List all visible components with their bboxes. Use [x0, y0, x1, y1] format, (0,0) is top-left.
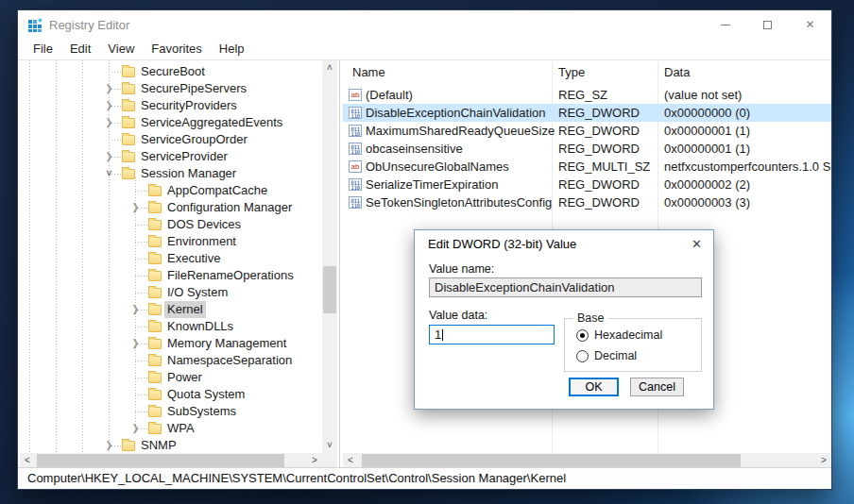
tree-item-label[interactable]: SecureBoot [141, 63, 205, 80]
column-header-name[interactable]: Name [352, 60, 385, 85]
decimal-radio[interactable]: Decimal [576, 349, 637, 362]
tree-item-label[interactable]: AppCompatCache [167, 182, 267, 199]
dialog-close-icon[interactable]: ✕ [692, 230, 702, 259]
value-name-text: DisableExceptionChainValidation [435, 280, 615, 294]
cancel-button[interactable]: Cancel [630, 378, 684, 396]
scroll-right-icon[interactable]: ˃ [307, 453, 322, 468]
menu-help[interactable]: Help [211, 39, 253, 59]
tree-item-label[interactable]: Quota System [167, 386, 245, 403]
tree-item: ❯WPA [20, 420, 322, 437]
chevron-right-icon[interactable]: ❯ [103, 148, 115, 165]
chevron-right-icon[interactable]: ❯ [103, 437, 115, 453]
tree-item-label[interactable]: I/O System [167, 284, 228, 301]
tree-item: ❯SNMP [20, 437, 322, 453]
tree-item-label[interactable]: ServiceGroupOrder [141, 131, 248, 148]
list-hscroll-thumb[interactable] [362, 454, 741, 467]
tree-vscroll-thumb[interactable] [323, 266, 336, 313]
folder-icon [148, 356, 162, 366]
chevron-right-icon[interactable]: ❯ [103, 97, 115, 114]
scroll-left-icon[interactable]: ˂ [343, 453, 358, 468]
tree-item-label[interactable]: SNMP [141, 437, 177, 453]
scroll-left-icon[interactable]: ˂ [20, 453, 35, 468]
chevron-down-icon[interactable]: ˅ [103, 165, 115, 182]
value-type: REG_DWORD [558, 122, 640, 140]
hexadecimal-radio[interactable]: Hexadecimal [576, 328, 662, 342]
ok-button[interactable]: OK [569, 378, 619, 396]
value-data: netfxcustomperfcounters.1.0 Sha [664, 158, 831, 176]
scroll-down-icon[interactable]: ˅ [322, 438, 337, 453]
dword-value-icon: 011110 [349, 143, 362, 155]
tree-item-label[interactable]: Memory Management [167, 335, 286, 352]
list-row[interactable]: 011110MaximumSharedReadyQueueSizeREG_DWO… [343, 122, 831, 140]
tree-item-label[interactable]: SecurityProviders [141, 97, 237, 114]
chevron-right-icon[interactable]: ❯ [129, 301, 142, 318]
list-horizontal-scrollbar[interactable]: ˂ ˃ [343, 453, 831, 468]
tree-viewport: SecureBoot❯SecurePipeServers❯SecurityPro… [20, 60, 322, 453]
value-data-input[interactable]: 1 [429, 325, 555, 344]
value-data: 0x00000001 (1) [664, 122, 831, 140]
chevron-right-icon[interactable]: ❯ [129, 335, 142, 352]
tree-hscroll-thumb[interactable] [37, 454, 284, 467]
tree-item-label[interactable]: Environment [167, 233, 236, 250]
list-row[interactable]: 011110SeTokenSingletonAttributesConfigRE… [343, 193, 831, 211]
value-name-field[interactable]: DisableExceptionChainValidation [429, 277, 702, 297]
list-row[interactable]: 011110obcaseinsensitiveREG_DWORD0x000000… [343, 140, 831, 158]
title-bar: Registry Editor ✕ [18, 10, 831, 39]
tree-item-label[interactable]: Configuration Manager [167, 199, 292, 216]
close-button[interactable]: ✕ [789, 10, 831, 39]
value-data-label: Value data: [429, 309, 487, 322]
tree-item-label[interactable]: WPA [167, 420, 195, 437]
tree-item-label[interactable]: FileRenameOperations [167, 267, 294, 284]
string-value-icon: ab [349, 160, 362, 173]
dword-value-icon: 011110 [349, 196, 362, 209]
menu-view[interactable]: View [99, 39, 143, 59]
folder-icon [122, 152, 135, 162]
folder-icon [148, 203, 162, 213]
chevron-right-icon[interactable]: ❯ [103, 114, 115, 131]
tree-item-label[interactable]: ServiceAggregatedEvents [141, 114, 282, 131]
tree-item-label[interactable]: Executive [167, 250, 220, 267]
folder-icon [122, 67, 135, 77]
value-data: 0x00000002 (2) [664, 176, 831, 193]
chevron-right-icon[interactable]: ❯ [103, 80, 115, 97]
minimize-button[interactable] [704, 10, 746, 39]
folder-icon [122, 135, 135, 145]
folder-icon [148, 271, 162, 281]
menu-edit[interactable]: Edit [61, 39, 99, 59]
scroll-right-icon[interactable]: ˃ [816, 453, 831, 468]
tree-vertical-scrollbar[interactable]: ˄ ˅ [322, 60, 337, 453]
tree-item-label[interactable]: DOS Devices [167, 216, 241, 233]
column-header-data[interactable]: Data [664, 60, 690, 85]
tree-item-label[interactable]: Kernel [164, 301, 206, 318]
menu-favorites[interactable]: Favorites [143, 39, 210, 59]
tree-item-label[interactable]: NamespaceSeparation [167, 352, 292, 369]
list-row[interactable]: 011110SerializeTimerExpirationREG_DWORD0… [343, 176, 831, 193]
menu-file[interactable]: File [25, 39, 61, 59]
chevron-right-icon[interactable]: ❯ [129, 199, 142, 216]
tree-item: I/O System [20, 284, 322, 301]
tree-horizontal-scrollbar[interactable]: ˂ ˃ [20, 453, 337, 468]
dword-value-icon: 011110 [349, 178, 362, 191]
list-row[interactable]: ab(Default)REG_SZ(value not set) [343, 86, 831, 104]
list-row[interactable]: 011110DisableExceptionChainValidationREG… [343, 104, 831, 122]
tree-item-label[interactable]: ServiceProvider [141, 148, 228, 165]
tree-item: Executive [20, 250, 322, 267]
scroll-up-icon[interactable]: ˄ [322, 60, 337, 76]
string-value-icon: ab [349, 89, 362, 101]
chevron-right-icon[interactable]: ❯ [129, 420, 142, 437]
value-name: DisableExceptionChainValidation [366, 104, 546, 122]
value-name: MaximumSharedReadyQueueSize [366, 122, 555, 140]
tree-item-label[interactable]: SecurePipeServers [141, 80, 247, 97]
value-data-text: 1 [435, 328, 441, 342]
list-row[interactable]: abObUnsecureGlobalNamesREG_MULTI_SZnetfx… [343, 158, 831, 176]
tree-item-label[interactable]: Power [167, 369, 202, 386]
value-type: REG_DWORD [558, 140, 640, 158]
edit-dword-dialog: Edit DWORD (32-bit) Value ✕ Value name: … [414, 229, 714, 410]
value-name: (Default) [366, 86, 413, 104]
folder-icon [148, 407, 162, 417]
tree-item-label[interactable]: KnownDLLs [167, 318, 233, 335]
tree-item-label[interactable]: SubSystems [167, 403, 236, 420]
column-header-type[interactable]: Type [558, 60, 585, 85]
tree-item-label[interactable]: Session Manager [141, 165, 236, 182]
maximize-button[interactable] [746, 10, 789, 39]
